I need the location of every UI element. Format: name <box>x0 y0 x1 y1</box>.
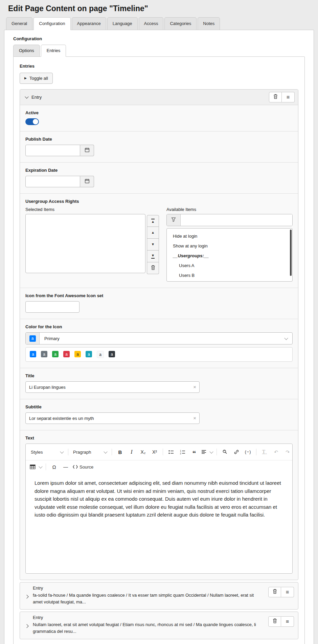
tab-language[interactable]: Language <box>107 17 138 30</box>
scrollbar[interactable] <box>290 230 292 276</box>
color-swatch-secondary[interactable]: a <box>41 351 47 357</box>
color-swatch-danger[interactable]: a <box>63 351 70 357</box>
active-toggle[interactable] <box>25 118 39 125</box>
move-down-icon: ▼ <box>151 243 155 246</box>
entries-tab-panel: Entries ▶ Toggle all Entry ≡ Active <box>13 56 305 644</box>
drag-handle-button[interactable]: ≡ <box>282 92 295 102</box>
color-swatch-success[interactable]: a <box>52 351 59 357</box>
find-and-replace-button[interactable] <box>220 448 230 456</box>
filter-icon-addon <box>167 214 181 226</box>
usergroup-label: Usergroup Access Rights <box>25 199 293 204</box>
available-item[interactable]: Show at any login <box>167 241 292 251</box>
numbered-list-button[interactable]: 12 <box>177 448 188 456</box>
color-swatch-light[interactable]: a <box>97 351 104 358</box>
grip-icon: ≡ <box>286 619 289 624</box>
publish-date-picker-button[interactable] <box>80 145 94 156</box>
insert-table-button[interactable] <box>29 462 43 471</box>
configuration-heading: Configuration <box>13 36 305 41</box>
text-alignment-icon <box>201 450 206 454</box>
tab-general[interactable]: General <box>6 17 32 30</box>
color-swatch-primary[interactable]: a <box>30 351 36 357</box>
tab-appearance[interactable]: Appearance <box>72 17 106 30</box>
entry-title: Entry <box>33 615 257 620</box>
toggle-all-button[interactable]: ▶ Toggle all <box>20 73 53 84</box>
move-up-button[interactable]: ▲ <box>147 227 159 239</box>
chevron-down-icon <box>39 464 42 468</box>
special-characters-button[interactable]: Ω <box>49 462 60 471</box>
color-select-addon: a <box>26 333 40 344</box>
soft-hyphen-button[interactable]: (−) <box>243 448 253 456</box>
icon-input[interactable] <box>25 301 80 313</box>
clear-icon[interactable]: × <box>193 384 196 390</box>
move-to-bottom-button[interactable]: ▼ <box>147 251 159 262</box>
entry-header-actions: ≡ <box>269 92 295 102</box>
color-select-value: Primary <box>44 336 285 341</box>
source-button[interactable]: Source <box>72 462 94 471</box>
delete-entry-button[interactable] <box>268 616 281 627</box>
color-swatch-warning[interactable]: a <box>74 351 81 357</box>
editor-toolbar-row-2: Ω—Source <box>26 460 292 473</box>
find-and-replace-icon <box>222 449 228 455</box>
title-input[interactable] <box>25 381 200 393</box>
expiration-date-picker-button[interactable] <box>80 176 94 187</box>
subtab-options[interactable]: Options <box>13 45 40 57</box>
bulleted-list-button[interactable] <box>166 448 177 456</box>
text-alignment-button[interactable] <box>200 448 214 456</box>
entry-actions: ≡ <box>268 587 294 597</box>
tab-configuration[interactable]: Configuration <box>33 17 70 30</box>
block-quote-button[interactable]: “ <box>189 446 200 458</box>
main-tab-bar: GeneralConfigurationAppearanceLanguageAc… <box>0 17 318 30</box>
superscript-button[interactable]: X² <box>149 448 160 456</box>
drag-handle-button[interactable]: ≡ <box>281 616 294 627</box>
styles-dropdown[interactable]: Styles <box>28 448 66 456</box>
link-icon <box>234 449 239 455</box>
move-down-button[interactable]: ▼ <box>147 239 159 251</box>
drag-handle-button[interactable]: ≡ <box>281 587 294 597</box>
italic-button[interactable]: I <box>126 448 137 456</box>
entry-card-collapsed[interactable]: Entryfa-solid fa-house / Ma quande lingu… <box>20 582 298 610</box>
delete-entry-button[interactable] <box>269 92 282 102</box>
remove-selected-button[interactable] <box>147 262 159 274</box>
expiration-date-input[interactable] <box>25 176 80 187</box>
trash-icon <box>273 94 278 100</box>
link-button[interactable] <box>231 448 242 456</box>
clear-icon[interactable]: × <box>193 415 196 421</box>
subtab-entries[interactable]: Entries <box>41 45 66 57</box>
bold-button[interactable]: B <box>115 448 126 456</box>
toolbar-separator <box>217 449 217 455</box>
entry-card-collapsed[interactable]: EntryNullam laoreet, erat sit amet volut… <box>20 612 298 639</box>
rich-text-editor: StylesPragraphBIX₂X²12“(−)T×↶↷ Ω—Source … <box>25 444 293 574</box>
calendar-icon <box>85 147 90 154</box>
expiration-date-section: Expiration Date <box>20 162 298 193</box>
available-item[interactable]: __Usergroups:__ <box>167 251 292 261</box>
subscript-button[interactable]: X₂ <box>138 448 149 456</box>
redo-button: ↷ <box>282 448 293 456</box>
tab-access[interactable]: Access <box>139 17 164 30</box>
usergroup-section: Usergroup Access Rights Selected Items ▲… <box>20 193 298 288</box>
page: Edit Page Content on page "Timeline" Gen… <box>0 0 318 644</box>
grip-icon: ≡ <box>286 590 289 595</box>
move-to-top-button[interactable]: ▲ <box>147 215 159 227</box>
color-swatch-info[interactable]: a <box>86 351 92 357</box>
publish-date-section: Publish Date <box>20 131 298 162</box>
color-select[interactable]: a Primary <box>25 332 293 344</box>
subtitle-input[interactable] <box>25 412 200 424</box>
available-items-listbox[interactable]: Hide at loginShow at any login__Usergrou… <box>166 228 293 282</box>
horizontal-line-button[interactable]: — <box>60 462 71 471</box>
selected-items-listbox[interactable] <box>25 214 145 273</box>
icon-section: Icon from the Font Awesome Icon set <box>20 288 298 319</box>
available-items-filter-input[interactable] <box>181 214 292 226</box>
entry-header[interactable]: Entry ≡ <box>20 90 298 105</box>
funnel-icon <box>171 217 176 223</box>
tab-categories[interactable]: Categories <box>164 17 197 30</box>
tab-notes[interactable]: Notes <box>198 17 220 30</box>
available-item[interactable]: Hide at login <box>167 231 292 241</box>
editor-content[interactable]: Lorem ipsum dolor sit amet, consectetuer… <box>26 473 292 573</box>
paragraph-dropdown[interactable]: Pragraph <box>71 448 109 456</box>
publish-date-input[interactable] <box>25 145 80 156</box>
available-item[interactable]: Users B <box>167 270 292 280</box>
calendar-icon <box>85 178 90 185</box>
delete-entry-button[interactable] <box>268 587 281 597</box>
color-swatch-dark[interactable]: a <box>109 351 115 357</box>
available-item[interactable]: Users A <box>167 261 292 270</box>
